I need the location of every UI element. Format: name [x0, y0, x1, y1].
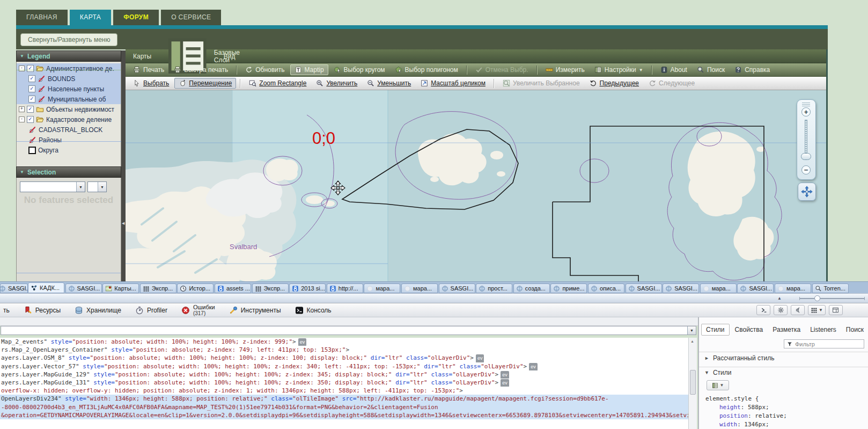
- scrollbar-thumb[interactable]: [690, 370, 696, 395]
- toolbar-button-измерить[interactable]: Измерить: [541, 64, 589, 75]
- sidebar-collapse-handle[interactable]: ◀: [121, 50, 126, 281]
- toolbar-button-zoom-rectangle[interactable]: Zoom Rectangle: [245, 78, 311, 89]
- browser-tab[interactable]: assets ...: [215, 283, 251, 293]
- panel-tab-стили[interactable]: Стили: [701, 324, 730, 336]
- style-options-button[interactable]: ▼: [707, 380, 729, 390]
- browser-tab[interactable]: SASGI...: [737, 283, 774, 293]
- devtools-tab-консоль[interactable]: Консоль: [295, 306, 332, 315]
- zoom-out-button[interactable]: −: [801, 165, 811, 174]
- scroll-up-icon[interactable]: ▲: [690, 339, 694, 343]
- legend-item[interactable]: Районы: [17, 135, 121, 145]
- browser-tab[interactable]: мара...: [700, 283, 737, 293]
- layer-checkbox[interactable]: ✓: [28, 85, 35, 92]
- browser-tab[interactable]: http://...: [327, 283, 363, 293]
- devtools-tab-profiler[interactable]: Profiler: [135, 306, 167, 315]
- devtools-grid-button[interactable]: ▼: [808, 305, 826, 315]
- layer-checkbox[interactable]: ✓: [27, 116, 34, 123]
- page-zoom-slider-thumb[interactable]: [814, 295, 820, 301]
- event-badge[interactable]: ev: [501, 379, 509, 387]
- menu-collapse-button[interactable]: Свернуть/Развернуть меню: [20, 33, 117, 46]
- toolbar-button-перемещение[interactable]: Перемещение: [174, 78, 236, 89]
- toolbar-button-выбрать[interactable]: Выбрать: [129, 78, 173, 89]
- css-property[interactable]: height: 588px;: [705, 403, 787, 412]
- toolbar-button-about[interactable]: About: [656, 64, 692, 75]
- dropdown-arrow-icon[interactable]: ▼: [76, 182, 85, 192]
- tree-toggle-expand[interactable]: +: [19, 106, 25, 112]
- devtools-code-scrollbar[interactable]: ▲: [688, 338, 697, 429]
- legend-item[interactable]: ✓Населеные пункты: [17, 84, 121, 94]
- panel-expand-icon[interactable]: ▲: [777, 296, 782, 301]
- html-source-line[interactable]: overflow-x: hidden; overflow-y: hidden; …: [0, 387, 688, 395]
- browser-tab[interactable]: SASGI...: [65, 283, 102, 293]
- toolbar-button-быстра-печать[interactable]: Быстра печать: [170, 64, 232, 75]
- devtools-tab-ресурсы[interactable]: Ресурсы: [24, 306, 61, 315]
- devtools-window-button[interactable]: [829, 305, 843, 315]
- browser-tab[interactable]: SASGI...: [439, 283, 475, 293]
- html-source-line[interactable]: ayers.Layer.MapGuide_131" style="positio…: [0, 379, 688, 387]
- page-zoom-slider-track[interactable]: [799, 298, 865, 299]
- zoom-slider-thumb[interactable]: [801, 153, 811, 160]
- devtools-tab-хранилище[interactable]: Хранилище: [75, 306, 121, 315]
- browser-tab[interactable]: Экспр...: [140, 283, 176, 293]
- site-tab-форум[interactable]: ФОРУМ: [113, 10, 159, 25]
- toolbar-button-предыдущее[interactable]: Предыдущее: [585, 78, 643, 89]
- browser-tab[interactable]: Экспр...: [252, 283, 289, 293]
- html-source-line[interactable]: ayers.Layer.OSM_8" style="position: abso…: [0, 354, 688, 362]
- toolbar-button-обновить[interactable]: Обновить: [241, 64, 289, 75]
- computed-style-section-header[interactable]: ►Рассчитанный стиль: [704, 354, 774, 362]
- browser-tab[interactable]: мара...: [775, 283, 811, 293]
- site-tab-о сервисе[interactable]: О СЕРВИСЕ: [161, 10, 221, 25]
- html-source-line[interactable]: ayers.Layer.Vector_57" style="position: …: [0, 362, 688, 370]
- devtools-tab-ть[interactable]: ть: [3, 307, 10, 314]
- browser-tab[interactable]: мара...: [401, 283, 438, 293]
- panel-tab-поиск[interactable]: Поиск: [842, 324, 868, 335]
- selection-panel-header[interactable]: ▼ Selection: [16, 166, 121, 178]
- browser-tab[interactable]: Истор...: [177, 283, 214, 293]
- browser-tab[interactable]: описа...: [588, 283, 624, 293]
- site-tab-главная[interactable]: ГЛАВНАЯ: [16, 10, 68, 25]
- toolbar-button-поиск[interactable]: Поиск: [693, 64, 729, 75]
- browser-tab[interactable]: созда...: [513, 283, 550, 293]
- devtools-gear-button[interactable]: [774, 305, 788, 315]
- panel-tab-свойства[interactable]: Свойства: [731, 324, 768, 335]
- menu-карты[interactable]: Карты: [133, 53, 151, 60]
- event-badge[interactable]: ev: [529, 363, 538, 370]
- toolbar-button-выбор-кругом[interactable]: Выбор кругом: [329, 64, 389, 75]
- tree-toggle-collapse[interactable]: -: [19, 66, 25, 71]
- toolbar-button-печать[interactable]: Печать: [129, 64, 168, 75]
- tree-toggle-collapse[interactable]: -: [19, 117, 25, 122]
- menu-вид[interactable]: Вид: [224, 53, 236, 60]
- legend-item[interactable]: ✓BOUNDS: [17, 74, 121, 84]
- css-property[interactable]: position: relative;: [705, 412, 787, 420]
- event-badge[interactable]: ev: [298, 338, 307, 346]
- toolbar-button-уменьшить[interactable]: Уменьшить: [363, 78, 415, 89]
- element-style-rule[interactable]: element.style { height: 588px;position: …: [705, 395, 787, 429]
- dropdown-arrow-icon[interactable]: ▼: [98, 182, 106, 192]
- zoom-slider-track[interactable]: [805, 120, 807, 153]
- browser-tab[interactable]: SASGI...: [0, 283, 28, 293]
- legend-item[interactable]: CADASTRAL_BLOCK: [17, 125, 121, 135]
- dropdown-arrow-icon[interactable]: ▼: [687, 326, 696, 335]
- html-source-line[interactable]: &operation=GETDYNAMICMAPOVERLAYIMAGE&loc…: [0, 411, 688, 419]
- devtools-tab-ошибки[interactable]: Ошибки(317): [181, 304, 215, 316]
- panel-tab-разметка[interactable]: Разметка: [768, 324, 805, 335]
- devtools-node-combobox[interactable]: ▼: [1, 326, 696, 335]
- layer-checkbox[interactable]: ✓: [27, 65, 34, 72]
- layer-checkbox[interactable]: ✓: [27, 106, 34, 113]
- browser-tab[interactable]: 2013 si...: [289, 283, 326, 293]
- devtools-sound-button[interactable]: [791, 305, 805, 315]
- legend-item[interactable]: -✓Административное де.: [17, 63, 121, 74]
- browser-tab[interactable]: Карты...: [102, 283, 139, 293]
- layer-checkbox[interactable]: ✓: [28, 96, 35, 103]
- panel-tab-listeners[interactable]: Listeners: [806, 324, 841, 335]
- toolbar-button-увеличить[interactable]: Увеличить: [312, 78, 362, 89]
- browser-tab[interactable]: КАДК...: [28, 282, 64, 293]
- browser-tab[interactable]: SASGI...: [626, 283, 662, 293]
- devtools-html-view[interactable]: Map_2_events" style="position: absolute;…: [0, 338, 688, 429]
- pan-control-button[interactable]: [798, 183, 816, 201]
- map-canvas[interactable]: 0;0 Svalbard + −: [126, 90, 826, 283]
- css-property[interactable]: width: 1346px;: [705, 420, 787, 429]
- devtools-tab-инструменты[interactable]: Инструменты: [229, 306, 281, 315]
- browser-tab[interactable]: приме...: [550, 283, 587, 293]
- event-badge[interactable]: ev: [476, 354, 484, 362]
